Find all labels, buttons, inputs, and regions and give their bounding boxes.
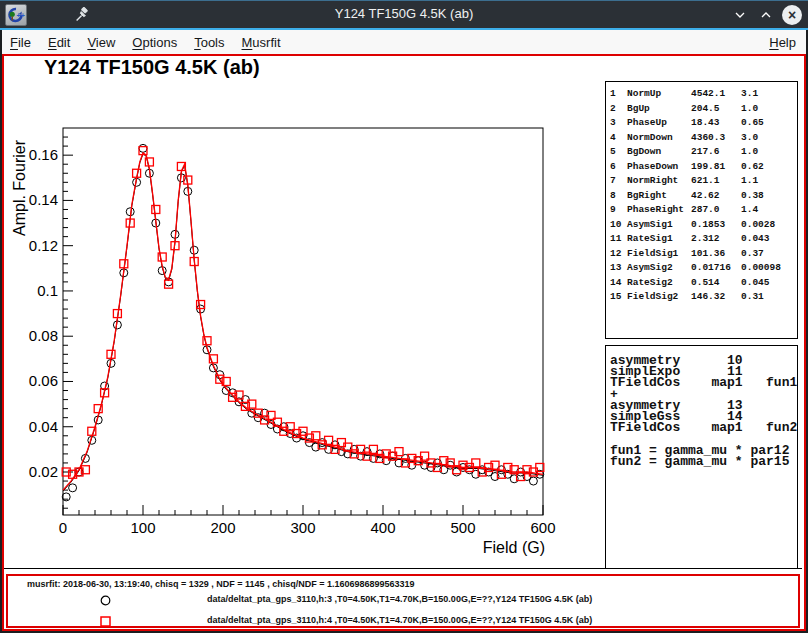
square-marker-icon xyxy=(99,615,112,628)
titlebar: ++ Y124 TF150G 4.5K (ab) × xyxy=(0,0,808,28)
menu-item-tools[interactable]: Tools xyxy=(194,35,224,50)
menubar: FileEditViewOptionsToolsMusrfit Help xyxy=(2,30,806,54)
param-row-AsymSig2: 13AsymSig20.017160.00098 xyxy=(610,261,797,276)
param-row-FieldSig2: 15FieldSig2146.320.31 xyxy=(610,290,797,305)
param-row-RateSig1: 11RateSig12.3120.043 xyxy=(610,232,797,247)
plot-title: Y124 TF150G 4.5K (ab) xyxy=(44,56,260,79)
param-row-BgRight: 8BgRight42.620.38 xyxy=(610,189,797,204)
circle-marker-icon xyxy=(99,594,112,607)
legend-label: data/deltat_pta_gps_3110,h:4 ,T0=4.50K,T… xyxy=(207,615,592,625)
minimize-button[interactable] xyxy=(730,5,750,25)
param-row-PhaseRight: 9PhaseRight287.01.4 xyxy=(610,203,797,218)
param-row-PhaseUp: 3PhaseUp18.430.65 xyxy=(610,116,797,131)
param-row-BgDown: 5BgDown217.61.0 xyxy=(610,145,797,160)
plot-area[interactable] xyxy=(63,128,543,515)
param-row-NormUp: 1NormUp4542.13.1 xyxy=(610,87,797,102)
legend-entry: data/deltat_pta_gps_3110,h:4 ,T0=4.50K,T… xyxy=(8,614,798,628)
param-row-NormRight: 7NormRight621.11.1 xyxy=(610,174,797,189)
close-button[interactable]: × xyxy=(782,5,802,25)
menu-item-file[interactable]: File xyxy=(10,35,31,50)
param-row-BgUp: 2BgUp204.51.0 xyxy=(610,102,797,117)
theory-box: asymmetry 10 simplExpo 11 TFieldCos map1… xyxy=(605,345,798,569)
param-row-RateSig2: 14RateSig20.5140.045 xyxy=(610,276,797,291)
param-row-FieldSig1: 12FieldSig1101.360.37 xyxy=(610,247,797,262)
theory-text: asymmetry 10 simplExpo 11 TFieldCos map1… xyxy=(606,346,797,467)
legend-label: data/deltat_pta_gps_3110,h:3 ,T0=4.50K,T… xyxy=(207,594,592,604)
fit-parameter-box: 1NormUp4542.13.12BgUp204.51.03PhaseUp18.… xyxy=(605,81,798,339)
param-row-NormDown: 4NormDown4360.33.0 xyxy=(610,131,797,146)
param-row-PhaseDown: 6PhaseDown199.810.62 xyxy=(610,160,797,175)
menu-item-help[interactable]: Help xyxy=(769,35,796,50)
param-row-AsymSig1: 10AsymSig10.18530.0028 xyxy=(610,218,797,233)
menu-item-options[interactable]: Options xyxy=(132,35,177,50)
fit-status-text: musrfit: 2018-06-30, 13:19:40, chisq = 1… xyxy=(27,579,414,589)
pad-separator-line xyxy=(4,568,802,569)
maximize-button[interactable] xyxy=(756,5,776,25)
window-title: Y124 TF150G 4.5K (ab) xyxy=(0,6,808,21)
legend-entry: data/deltat_pta_gps_3110,h:3 ,T0=4.50K,T… xyxy=(8,593,798,607)
menu-item-musrfit[interactable]: Musrfit xyxy=(242,35,281,50)
application-window: ++ Y124 TF150G 4.5K (ab) × FileEditV xyxy=(0,0,808,633)
menu-item-view[interactable]: View xyxy=(87,35,115,50)
info-pad: musrfit: 2018-06-30, 13:19:40, chisq = 1… xyxy=(6,574,800,628)
menu-item-edit[interactable]: Edit xyxy=(48,35,70,50)
